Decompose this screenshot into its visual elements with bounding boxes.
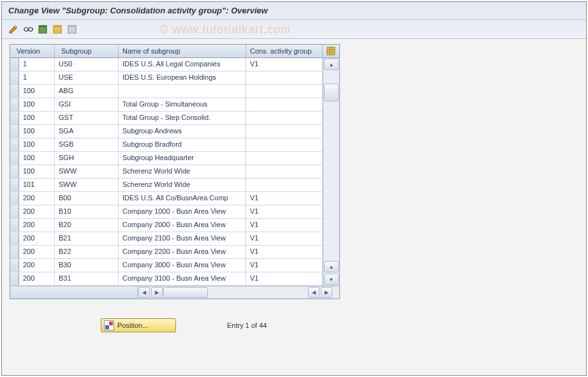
cell-subgroup[interactable]: B30 <box>55 259 119 272</box>
cell-name[interactable]: IDES U.S. European Holdings <box>119 71 246 84</box>
cell-version[interactable]: 200 <box>19 246 55 258</box>
cell-name[interactable]: Company 2100 - Busn Area View <box>119 232 246 245</box>
cell-subgroup[interactable]: B31 <box>55 272 119 285</box>
change-icon[interactable] <box>7 23 20 36</box>
cell-name[interactable]: Subgroup Andrews <box>119 125 246 138</box>
cell-cons[interactable] <box>246 152 323 165</box>
cell-version[interactable]: 100 <box>19 98 55 111</box>
cell-subgroup[interactable]: US0 <box>55 58 119 71</box>
table-row[interactable]: 200B22Company 2200 - Busn Area ViewV1 <box>10 246 323 259</box>
row-selector[interactable] <box>10 71 19 84</box>
scroll-track[interactable] <box>324 71 339 260</box>
display-icon[interactable] <box>22 23 34 36</box>
cell-cons[interactable]: V1 <box>246 246 323 258</box>
cell-subgroup[interactable]: GST <box>55 112 119 124</box>
scroll-down-icon[interactable]: ▼ <box>324 274 339 285</box>
scroll-left-end-icon[interactable]: ◀ <box>308 287 320 298</box>
hscroll-thumb[interactable] <box>163 287 208 298</box>
row-selector[interactable] <box>10 165 19 178</box>
cell-cons[interactable] <box>246 98 323 111</box>
cell-cons[interactable]: V1 <box>246 205 323 218</box>
cell-version[interactable]: 200 <box>19 232 55 245</box>
cell-subgroup[interactable]: B22 <box>55 246 119 258</box>
select-all-icon[interactable] <box>36 23 49 36</box>
cell-version[interactable]: 100 <box>19 152 55 165</box>
cell-cons[interactable] <box>246 138 323 151</box>
column-header-name[interactable]: Name of subgroup <box>119 45 246 57</box>
scroll-right-icon[interactable]: ▶ <box>321 287 332 298</box>
cell-subgroup[interactable]: B00 <box>55 192 119 205</box>
table-settings-icon[interactable] <box>323 45 339 57</box>
table-row[interactable]: 200B30Company 3000 - Busn Area ViewV1 <box>10 259 323 272</box>
cell-name[interactable]: Company 2200 - Busn Area View <box>119 246 246 258</box>
cell-subgroup[interactable]: SGA <box>55 125 119 138</box>
cell-name[interactable]: Company 2000 - Busn Area View <box>119 219 246 232</box>
hscroll-track[interactable] <box>163 287 307 298</box>
cell-name[interactable]: Company 3000 - Busn Area View <box>119 259 246 272</box>
row-selector[interactable] <box>10 58 19 71</box>
cell-subgroup[interactable]: B10 <box>55 205 119 218</box>
cell-subgroup[interactable]: GSI <box>55 98 119 111</box>
cell-name[interactable]: Company 3100 - Busn Area View <box>119 272 246 285</box>
cell-name[interactable]: Scherenz World Wide <box>119 165 246 178</box>
cell-name[interactable] <box>119 85 246 98</box>
cell-cons[interactable] <box>246 179 323 191</box>
row-selector[interactable] <box>10 259 19 272</box>
cell-version[interactable]: 200 <box>19 272 55 285</box>
row-selector[interactable] <box>10 138 19 151</box>
cell-name[interactable]: Total Group - Step Consolid. <box>119 112 246 124</box>
horizontal-scrollbar[interactable]: ◀ ▶ ◀ ▶ <box>10 286 339 299</box>
row-selector[interactable] <box>10 179 19 191</box>
cell-version[interactable]: 200 <box>19 219 55 232</box>
table-row[interactable]: 200B00IDES U.S. All Co/BusnArea CompV1 <box>10 192 323 205</box>
row-selector[interactable] <box>10 85 19 98</box>
cell-cons[interactable] <box>246 85 323 98</box>
cell-cons[interactable] <box>246 125 323 138</box>
cell-version[interactable]: 100 <box>19 165 55 178</box>
cell-version[interactable]: 100 <box>19 125 55 138</box>
cell-cons[interactable]: V1 <box>246 232 323 245</box>
row-selector[interactable] <box>10 272 19 285</box>
cell-subgroup[interactable]: SGH <box>55 152 119 165</box>
table-row[interactable]: 200B31Company 3100 - Busn Area ViewV1 <box>10 272 323 286</box>
cell-name[interactable]: Company 1000 - Busn Area View <box>119 205 246 218</box>
table-row[interactable]: 100ABG <box>10 85 323 98</box>
scroll-thumb[interactable] <box>324 84 339 101</box>
cell-version[interactable]: 101 <box>19 179 55 191</box>
cell-subgroup[interactable]: ABG <box>55 85 119 98</box>
cell-version[interactable]: 1 <box>19 58 55 71</box>
cell-name[interactable]: Subgroup Bradford <box>119 138 246 151</box>
table-row[interactable]: 200B20Company 2000 - Busn Area ViewV1 <box>10 219 323 232</box>
cell-version[interactable]: 100 <box>19 138 55 151</box>
row-selector[interactable] <box>10 232 19 245</box>
cell-subgroup[interactable]: SWW <box>55 179 119 191</box>
column-header-version[interactable]: Version <box>10 45 55 57</box>
table-row[interactable]: 200B21Company 2100 - Busn Area ViewV1 <box>10 232 323 246</box>
cell-subgroup[interactable]: B21 <box>55 232 119 245</box>
row-selector[interactable] <box>10 152 19 165</box>
cell-name[interactable]: Total Group - Simultaneous <box>119 98 246 111</box>
column-header-cons[interactable]: Cons. activity group <box>246 45 323 57</box>
row-selector[interactable] <box>10 125 19 138</box>
row-selector[interactable] <box>10 98 19 111</box>
cell-subgroup[interactable]: SWW <box>55 165 119 178</box>
cell-version[interactable]: 100 <box>19 112 55 124</box>
row-selector[interactable] <box>10 219 19 232</box>
cell-cons[interactable]: V1 <box>246 192 323 205</box>
vertical-scrollbar[interactable]: ▲ ▲ ▼ <box>323 58 339 286</box>
cell-cons[interactable] <box>246 165 323 178</box>
table-row[interactable]: 100SGASubgroup Andrews <box>10 125 323 138</box>
table-row[interactable]: 200B10Company 1000 - Busn Area ViewV1 <box>10 205 323 219</box>
table-row[interactable]: 100SWWScherenz World Wide <box>10 165 323 179</box>
table-row[interactable]: 100SGBSubgroup Bradford <box>10 138 323 152</box>
table-row[interactable]: 1US0IDES U.S. All Legal CompaniesV1 <box>10 58 323 71</box>
cell-subgroup[interactable]: SGB <box>55 138 119 151</box>
cell-name[interactable]: IDES U.S. All Legal Companies <box>119 58 246 71</box>
cell-cons[interactable]: V1 <box>246 219 323 232</box>
cell-name[interactable]: Scherenz World Wide <box>119 179 246 191</box>
row-selector[interactable] <box>10 205 19 218</box>
row-selector[interactable] <box>10 246 19 258</box>
position-button[interactable]: Position... <box>101 318 176 332</box>
cell-version[interactable]: 1 <box>19 71 55 84</box>
scroll-left-icon[interactable]: ◀ <box>138 287 150 298</box>
